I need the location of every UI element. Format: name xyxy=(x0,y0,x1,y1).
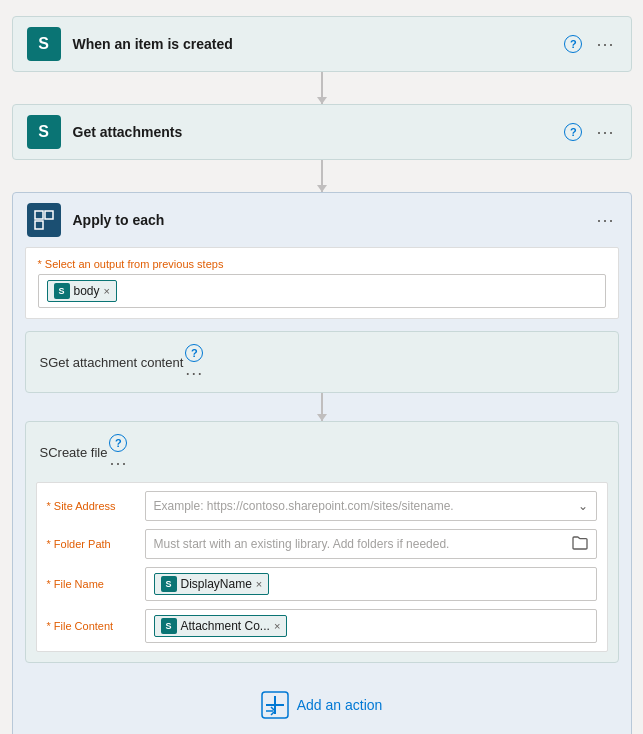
file-content-input[interactable]: S Attachment Co... × xyxy=(145,609,597,643)
step-get-attachment-content-title: Get attachment content xyxy=(48,355,183,370)
body-token-icon: S xyxy=(54,283,70,299)
attachment-content-token-label: Attachment Co... xyxy=(181,619,270,633)
create-file-title: Create file xyxy=(48,445,107,460)
display-name-token-icon: S xyxy=(161,576,177,592)
create-file-help[interactable]: ? xyxy=(107,432,129,454)
step-when-created-help[interactable]: ? xyxy=(562,33,584,55)
step-get-attachment-content-actions: ? ··· xyxy=(183,342,205,382)
display-name-token-remove[interactable]: × xyxy=(256,579,262,590)
file-content-row: * File Content S Attachment Co... × xyxy=(47,609,597,643)
step-get-attachment-content-help[interactable]: ? xyxy=(183,342,205,364)
add-action-icon xyxy=(261,691,289,719)
site-address-placeholder: Example: https://contoso.sharepoint.com/… xyxy=(154,499,454,513)
add-action-container: Add an action xyxy=(13,675,631,734)
select-output-label: * Select an output from previous steps xyxy=(38,258,606,270)
folder-path-placeholder: Must start with an existing library. Add… xyxy=(154,537,450,551)
step-when-created-actions: ? ··· xyxy=(562,33,616,55)
step-get-attachment-content-menu[interactable]: ··· xyxy=(183,364,205,382)
apply-to-each-body: * Select an output from previous steps S… xyxy=(25,247,619,319)
create-file-actions: ? ··· xyxy=(107,432,129,472)
attachment-content-token-icon: S xyxy=(161,618,177,634)
file-name-label: * File Name xyxy=(47,578,137,590)
apply-to-each-card: Apply to each ··· * Select an output fro… xyxy=(12,192,632,734)
help-icon: ? xyxy=(109,434,127,452)
folder-path-row: * Folder Path Must start with an existin… xyxy=(47,529,597,559)
folder-path-input[interactable]: Must start with an existing library. Add… xyxy=(145,529,597,559)
file-name-input[interactable]: S DisplayName × xyxy=(145,567,597,601)
svg-rect-1 xyxy=(45,211,53,219)
apply-to-each-actions: ··· xyxy=(594,211,616,229)
site-address-input[interactable]: Example: https://contoso.sharepoint.com/… xyxy=(145,491,597,521)
step-get-attachments-actions: ? ··· xyxy=(562,121,616,143)
body-token-remove[interactable]: × xyxy=(104,286,110,297)
create-file-header: S Create file ? ··· xyxy=(26,422,618,482)
step-get-attachments-title: Get attachments xyxy=(73,124,563,140)
apply-to-each-menu[interactable]: ··· xyxy=(594,211,616,229)
display-name-token-label: DisplayName xyxy=(181,577,252,591)
attachment-content-token-remove[interactable]: × xyxy=(274,621,280,632)
apply-to-each-title: Apply to each xyxy=(73,212,595,228)
step-when-created-icon: S xyxy=(27,27,61,61)
inner-steps: S Get attachment content ? ··· S Create … xyxy=(25,331,619,663)
add-action-button[interactable]: Add an action xyxy=(245,683,399,727)
step-when-created-title: When an item is created xyxy=(73,36,563,52)
step-get-attachments-menu[interactable]: ··· xyxy=(594,123,616,141)
file-content-label: * File Content xyxy=(47,620,137,632)
body-token-label: body xyxy=(74,284,100,298)
apply-to-each-icon xyxy=(27,203,61,237)
flow-container: S When an item is created ? ··· S Get at… xyxy=(16,16,627,734)
step-get-attachment-content: S Get attachment content ? ··· xyxy=(25,331,619,393)
step-create-file: S Create file ? ··· * Site Address E xyxy=(25,421,619,663)
select-output-field[interactable]: S body × xyxy=(38,274,606,308)
body-token: S body × xyxy=(47,280,117,302)
site-address-label: * Site Address xyxy=(47,500,137,512)
add-action-label: Add an action xyxy=(297,697,383,713)
step-get-attachments: S Get attachments ? ··· xyxy=(12,104,632,160)
step-get-attachments-icon: S xyxy=(27,115,61,149)
step-get-attachment-content-icon: S xyxy=(40,355,49,370)
display-name-token: S DisplayName × xyxy=(154,573,270,595)
step-get-attachments-help[interactable]: ? xyxy=(562,121,584,143)
create-file-icon: S xyxy=(40,445,49,460)
site-address-dropdown-icon: ⌄ xyxy=(578,499,588,513)
create-file-body: * Site Address Example: https://contoso.… xyxy=(36,482,608,652)
step-when-created-menu[interactable]: ··· xyxy=(594,35,616,53)
folder-path-label: * Folder Path xyxy=(47,538,137,550)
connector-1 xyxy=(321,72,323,104)
svg-rect-2 xyxy=(35,221,43,229)
inner-connector-1 xyxy=(321,393,323,421)
connector-2 xyxy=(321,160,323,192)
help-icon: ? xyxy=(564,35,582,53)
file-name-row: * File Name S DisplayName × xyxy=(47,567,597,601)
apply-to-each-header: Apply to each ··· xyxy=(13,193,631,247)
help-icon: ? xyxy=(185,344,203,362)
site-address-row: * Site Address Example: https://contoso.… xyxy=(47,491,597,521)
svg-rect-0 xyxy=(35,211,43,219)
create-file-menu[interactable]: ··· xyxy=(107,454,129,472)
folder-icon xyxy=(572,536,588,553)
help-icon: ? xyxy=(564,123,582,141)
step-when-created: S When an item is created ? ··· xyxy=(12,16,632,72)
attachment-content-token: S Attachment Co... × xyxy=(154,615,288,637)
